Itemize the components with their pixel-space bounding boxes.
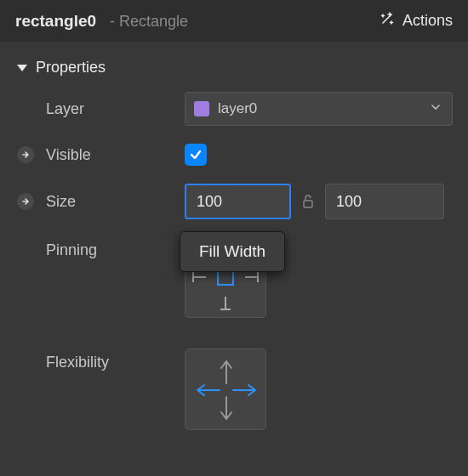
visible-row: Visible xyxy=(0,134,468,175)
actions-button[interactable]: Actions xyxy=(379,10,453,31)
flexibility-value xyxy=(185,348,453,430)
pin-left-icon xyxy=(192,276,206,278)
svg-rect-0 xyxy=(304,201,312,207)
layer-value: layer0 xyxy=(185,92,453,126)
pinning-row: Pinning Fill Width xyxy=(0,228,468,326)
lock-icon[interactable] xyxy=(298,194,318,209)
visible-label: Visible xyxy=(36,146,185,164)
size-link-button[interactable] xyxy=(15,193,36,210)
layer-label: Layer xyxy=(36,100,185,118)
tooltip-text: Fill Width xyxy=(199,242,265,260)
pinning-label: Pinning xyxy=(36,236,185,259)
disclosure-triangle-icon xyxy=(17,65,27,71)
tooltip: Fill Width xyxy=(180,231,285,272)
layer-select[interactable]: layer0 xyxy=(185,92,453,126)
size-label: Size xyxy=(36,193,185,211)
height-input[interactable] xyxy=(325,184,444,219)
magic-wand-icon xyxy=(379,10,396,31)
flexibility-label: Flexibility xyxy=(36,348,185,371)
header-left: rectangle0 - Rectangle xyxy=(15,12,188,31)
object-type: - Rectangle xyxy=(110,13,188,31)
flexibility-arrows-icon xyxy=(185,349,267,431)
chevron-down-icon xyxy=(430,100,442,117)
pinning-value: Fill Width xyxy=(185,236,453,318)
layer-color-swatch xyxy=(194,101,209,116)
layer-row: Layer layer0 xyxy=(0,83,468,134)
visible-link-button[interactable] xyxy=(15,146,36,163)
pin-right-icon xyxy=(245,276,259,278)
visible-value xyxy=(185,144,453,166)
width-input[interactable] xyxy=(185,184,291,219)
section-title: Properties xyxy=(36,59,106,76)
flexibility-editor[interactable] xyxy=(185,348,266,430)
link-arrow-icon xyxy=(17,146,34,163)
pinning-wrap: Fill Width xyxy=(185,236,266,318)
visible-checkbox[interactable] xyxy=(185,144,207,166)
object-name: rectangle0 xyxy=(15,12,96,31)
flexibility-row: Flexibility xyxy=(0,326,468,439)
size-row: Size xyxy=(0,175,468,228)
layer-selected-name: layer0 xyxy=(218,100,257,117)
properties-section-header[interactable]: Properties xyxy=(0,42,468,83)
link-arrow-icon xyxy=(17,193,34,210)
actions-label: Actions xyxy=(402,12,453,30)
checkmark-icon xyxy=(188,147,203,162)
size-value xyxy=(185,184,453,219)
pin-bottom-icon xyxy=(225,297,226,310)
inspector-header: rectangle0 - Rectangle Actions xyxy=(0,0,468,42)
